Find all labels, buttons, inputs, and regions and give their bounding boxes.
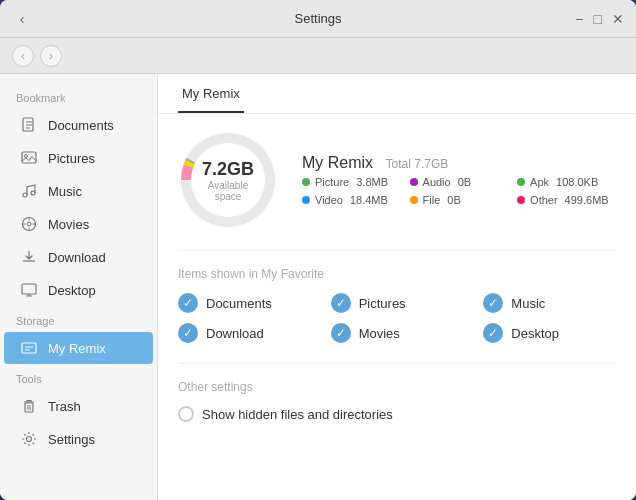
svg-rect-9: [25, 403, 33, 412]
sidebar-item-desktop-label: Desktop: [48, 283, 96, 298]
stat-audio: Audio 0B: [410, 176, 502, 188]
stat-picture-dot: [302, 178, 310, 186]
check-download-icon: ✓: [178, 323, 198, 343]
check-pictures-icon: ✓: [331, 293, 351, 313]
svg-rect-1: [22, 152, 36, 163]
sidebar-item-settings[interactable]: Settings: [4, 423, 153, 455]
download-icon: [20, 248, 38, 266]
sidebar-item-documents[interactable]: Documents: [4, 109, 153, 141]
hidden-files-radio[interactable]: Show hidden files and directories: [178, 406, 616, 422]
myremix-icon: [20, 339, 38, 357]
nav-bar: ‹ ›: [0, 38, 636, 74]
close-button[interactable]: ✕: [612, 12, 624, 26]
sidebar: Bookmark Documents Pictures Music: [0, 74, 158, 500]
checkbox-movies-label: Movies: [359, 326, 400, 341]
checkbox-grid: ✓ Documents ✓ Pictures ✓ Music ✓ Downloa…: [178, 293, 616, 343]
sidebar-item-settings-label: Settings: [48, 432, 95, 447]
desktop-icon: [20, 281, 38, 299]
checkbox-music[interactable]: ✓ Music: [483, 293, 616, 313]
stat-file-dot: [410, 196, 418, 204]
stat-audio-dot: [410, 178, 418, 186]
stat-apk-dot: [517, 178, 525, 186]
stat-picture: Picture 3.8MB: [302, 176, 394, 188]
sidebar-item-pictures[interactable]: Pictures: [4, 142, 153, 174]
disk-available-value: 7.2GB: [202, 159, 254, 180]
stat-apk-name: Apk: [530, 176, 549, 188]
check-documents-icon: ✓: [178, 293, 198, 313]
svg-point-10: [27, 437, 32, 442]
checkbox-documents[interactable]: ✓ Documents: [178, 293, 311, 313]
checkbox-movies[interactable]: ✓ Movies: [331, 323, 464, 343]
stat-file-value: 0B: [447, 194, 460, 206]
svg-point-3: [23, 193, 27, 197]
stat-other-value: 499.6MB: [565, 194, 609, 206]
checkbox-pictures[interactable]: ✓ Pictures: [331, 293, 464, 313]
stat-file-name: File: [423, 194, 441, 206]
settings-icon: [20, 430, 38, 448]
sidebar-item-pictures-label: Pictures: [48, 151, 95, 166]
svg-point-6: [27, 222, 31, 226]
checkbox-pictures-label: Pictures: [359, 296, 406, 311]
divider-2: [178, 363, 616, 364]
divider-1: [178, 250, 616, 251]
stat-file: File 0B: [410, 194, 502, 206]
disk-info: My Remix Total 7.7GB Picture 3.8MB: [302, 154, 609, 206]
window-back-button[interactable]: ‹: [12, 9, 32, 29]
disk-available-label: Available space: [202, 180, 254, 202]
radio-circle-icon: [178, 406, 194, 422]
favorite-section-title: Items shown in My Favorite: [178, 267, 616, 281]
check-movies-icon: ✓: [331, 323, 351, 343]
sidebar-item-myremix[interactable]: My Remix: [4, 332, 153, 364]
sidebar-item-trash[interactable]: Trash: [4, 390, 153, 422]
svg-point-4: [31, 191, 35, 195]
checkbox-download-label: Download: [206, 326, 264, 341]
main-content: 7.2GB Available space My Remix Total 7.7…: [158, 114, 636, 438]
forward-button[interactable]: ›: [40, 45, 62, 67]
minimize-button[interactable]: −: [575, 12, 583, 26]
disk-total: Total 7.7GB: [386, 157, 449, 171]
sidebar-item-movies-label: Movies: [48, 217, 89, 232]
hidden-files-label: Show hidden files and directories: [202, 407, 393, 422]
sidebar-item-trash-label: Trash: [48, 399, 81, 414]
tab-myremix[interactable]: My Remix: [178, 74, 244, 113]
sidebar-item-music-label: Music: [48, 184, 82, 199]
titlebar: ‹ Settings − □ ✕: [0, 0, 636, 38]
stat-video-dot: [302, 196, 310, 204]
disk-chart: 7.2GB Available space: [178, 130, 278, 230]
checkbox-desktop[interactable]: ✓ Desktop: [483, 323, 616, 343]
stat-other-dot: [517, 196, 525, 204]
svg-point-2: [25, 155, 28, 158]
trash-icon: [20, 397, 38, 415]
documents-icon: [20, 116, 38, 134]
checkbox-download[interactable]: ✓ Download: [178, 323, 311, 343]
titlebar-controls: − □ ✕: [575, 12, 624, 26]
tab-bar: My Remix: [158, 74, 636, 114]
sidebar-item-music[interactable]: Music: [4, 175, 153, 207]
other-settings-title: Other settings: [178, 380, 616, 394]
stat-audio-name: Audio: [423, 176, 451, 188]
checkbox-documents-label: Documents: [206, 296, 272, 311]
stat-apk-value: 108.0KB: [556, 176, 598, 188]
app-window: ‹ Settings − □ ✕ ‹ › Bookmark Documents: [0, 0, 636, 500]
sidebar-item-desktop[interactable]: Desktop: [4, 274, 153, 306]
sidebar-item-movies[interactable]: Movies: [4, 208, 153, 240]
stat-picture-name: Picture: [315, 176, 349, 188]
bookmark-section-label: Bookmark: [0, 84, 157, 108]
sidebar-item-download-label: Download: [48, 250, 106, 265]
check-desktop-icon: ✓: [483, 323, 503, 343]
back-button[interactable]: ‹: [12, 45, 34, 67]
tools-section-label: Tools: [0, 365, 157, 389]
stat-audio-value: 0B: [458, 176, 471, 188]
main-panel: My Remix: [158, 74, 636, 500]
stat-other-name: Other: [530, 194, 558, 206]
titlebar-left: ‹: [12, 9, 32, 29]
maximize-button[interactable]: □: [594, 12, 602, 26]
disk-available-center: 7.2GB Available space: [202, 159, 254, 202]
sidebar-item-download[interactable]: Download: [4, 241, 153, 273]
svg-rect-7: [22, 284, 36, 294]
stat-picture-value: 3.8MB: [356, 176, 388, 188]
stat-video-name: Video: [315, 194, 343, 206]
pictures-icon: [20, 149, 38, 167]
disk-stats: Picture 3.8MB Audio 0B Apk: [302, 176, 609, 206]
svg-rect-8: [22, 343, 36, 353]
